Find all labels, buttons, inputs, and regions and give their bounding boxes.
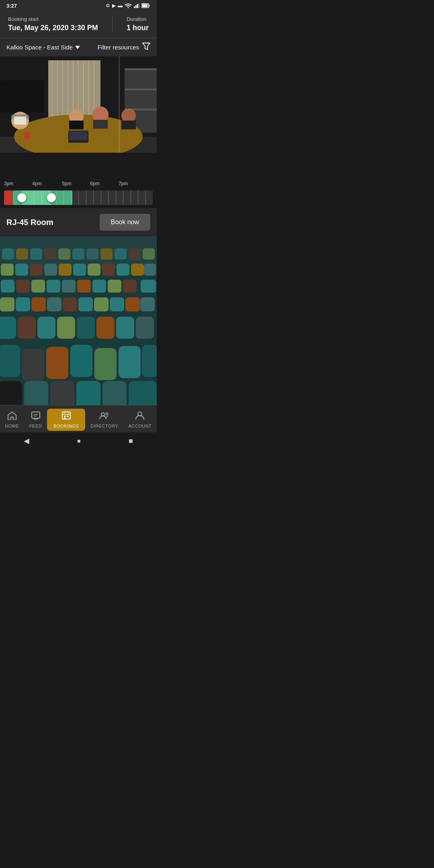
status-time: 3:27 bbox=[6, 3, 17, 9]
svg-rect-57 bbox=[44, 264, 57, 276]
svg-rect-96 bbox=[70, 345, 92, 377]
settings-icon: ⚙ bbox=[106, 3, 110, 8]
svg-rect-85 bbox=[0, 317, 16, 339]
svg-rect-102 bbox=[50, 381, 74, 405]
svg-rect-61 bbox=[102, 264, 115, 276]
svg-rect-22 bbox=[125, 68, 157, 70]
book-now-button[interactable]: Book now bbox=[100, 214, 150, 231]
booking-start-label: Booking start bbox=[8, 16, 98, 22]
svg-rect-63 bbox=[131, 264, 144, 276]
back-button[interactable]: ◀ bbox=[24, 436, 29, 445]
room1-name: RJ-45 Room bbox=[6, 218, 53, 227]
svg-rect-78 bbox=[47, 297, 61, 311]
tick-7pm-early bbox=[116, 190, 116, 205]
svg-rect-6 bbox=[142, 4, 148, 7]
svg-rect-83 bbox=[125, 297, 140, 311]
svg-rect-46 bbox=[44, 248, 56, 260]
svg-rect-94 bbox=[22, 349, 44, 381]
svg-rect-92 bbox=[136, 317, 154, 339]
tick-8pm-early bbox=[145, 190, 146, 205]
svg-rect-101 bbox=[24, 381, 48, 405]
tick-6pm bbox=[93, 190, 94, 205]
svg-rect-80 bbox=[78, 297, 93, 311]
location-selector[interactable]: Kalkio Space - East Side bbox=[6, 44, 80, 51]
svg-rect-104 bbox=[102, 381, 127, 405]
filter-resources-button[interactable]: Filter resources bbox=[98, 42, 150, 52]
svg-rect-88 bbox=[57, 317, 75, 339]
svg-rect-82 bbox=[110, 297, 124, 311]
nav-feed[interactable]: FEED bbox=[25, 409, 47, 430]
nav-directory-label: DIRECTORY bbox=[90, 424, 118, 428]
tick-6-30pm bbox=[101, 190, 101, 205]
timeline-handle-left[interactable] bbox=[17, 193, 26, 202]
nav-bookings[interactable]: BOOKINGS bbox=[47, 409, 85, 431]
svg-rect-75 bbox=[0, 297, 14, 311]
svg-rect-109 bbox=[62, 412, 70, 419]
svg-rect-44 bbox=[16, 248, 28, 260]
location-name: Kalkio Space - East Side bbox=[6, 44, 73, 51]
wifi-icon bbox=[125, 3, 132, 8]
svg-rect-1 bbox=[134, 6, 135, 8]
tick-4-30pm bbox=[41, 190, 42, 205]
time-label-5pm: 5pm bbox=[62, 181, 71, 186]
svg-rect-87 bbox=[37, 317, 55, 339]
svg-rect-35 bbox=[121, 121, 136, 129]
status-icons: ⚙ ▶ ▬ bbox=[106, 3, 150, 8]
svg-rect-4 bbox=[139, 3, 139, 8]
room1-info-bar: RJ-45 Room Book now bbox=[0, 208, 157, 236]
svg-rect-62 bbox=[117, 264, 129, 276]
booking-start-value: Tue, May 26, 2020 3:30 PM bbox=[8, 24, 98, 32]
time-label-4pm: 4pm bbox=[32, 181, 41, 186]
nav-directory[interactable]: DIRECTORY bbox=[86, 409, 123, 430]
svg-rect-45 bbox=[30, 248, 42, 260]
svg-rect-81 bbox=[94, 297, 108, 311]
svg-rect-74 bbox=[141, 280, 156, 293]
svg-rect-77 bbox=[31, 297, 46, 311]
play-icon: ▶ bbox=[112, 3, 116, 8]
account-icon bbox=[135, 411, 144, 422]
svg-rect-33 bbox=[93, 120, 108, 129]
svg-rect-76 bbox=[16, 297, 30, 311]
svg-rect-7 bbox=[149, 5, 150, 6]
svg-rect-60 bbox=[88, 264, 100, 276]
nav-home-label: HOME bbox=[5, 424, 19, 428]
battery-icon bbox=[141, 3, 150, 8]
home-button[interactable]: ● bbox=[77, 437, 81, 445]
svg-rect-40 bbox=[119, 56, 120, 153]
room2-image bbox=[0, 236, 157, 405]
svg-point-117 bbox=[106, 413, 108, 415]
svg-rect-97 bbox=[94, 348, 117, 380]
svg-rect-91 bbox=[116, 317, 134, 339]
svg-rect-37 bbox=[69, 131, 88, 140]
nav-account[interactable]: ACCOUNT bbox=[123, 409, 156, 430]
bookings-icon bbox=[61, 411, 71, 422]
svg-rect-31 bbox=[69, 121, 84, 129]
svg-rect-84 bbox=[140, 297, 155, 311]
booking-duration-section: Duration 1 hour bbox=[127, 16, 149, 32]
nav-bookings-label: BOOKINGS bbox=[53, 424, 79, 428]
svg-rect-106 bbox=[32, 412, 40, 418]
recent-button[interactable]: ■ bbox=[129, 437, 133, 445]
nav-account-label: ACCOUNT bbox=[128, 424, 151, 428]
tick-7pm bbox=[123, 190, 123, 205]
svg-rect-79 bbox=[63, 297, 77, 311]
location-bar[interactable]: Kalkio Space - East Side Filter resource… bbox=[0, 38, 157, 56]
svg-rect-23 bbox=[125, 88, 157, 90]
svg-rect-89 bbox=[77, 317, 95, 339]
svg-rect-29 bbox=[14, 117, 26, 125]
tick-6pm-early bbox=[86, 190, 86, 205]
svg-rect-66 bbox=[16, 280, 30, 293]
svg-rect-64 bbox=[144, 264, 156, 276]
svg-point-116 bbox=[101, 413, 104, 416]
bottom-nav: HOME FEED BOOKINGS bbox=[0, 405, 157, 432]
tick-5-30pm-early bbox=[56, 190, 57, 205]
tick-7-45pm bbox=[138, 190, 138, 205]
system-nav: ◀ ● ■ bbox=[0, 432, 157, 449]
nav-home[interactable]: HOME bbox=[0, 409, 24, 430]
tick-4pm bbox=[34, 190, 34, 205]
tick-6-45pm bbox=[108, 190, 108, 205]
time-label-6pm: 6pm bbox=[90, 181, 100, 186]
timeline-track[interactable] bbox=[4, 190, 153, 205]
svg-rect-3 bbox=[137, 4, 138, 8]
timeline-handle-right[interactable] bbox=[47, 193, 56, 202]
